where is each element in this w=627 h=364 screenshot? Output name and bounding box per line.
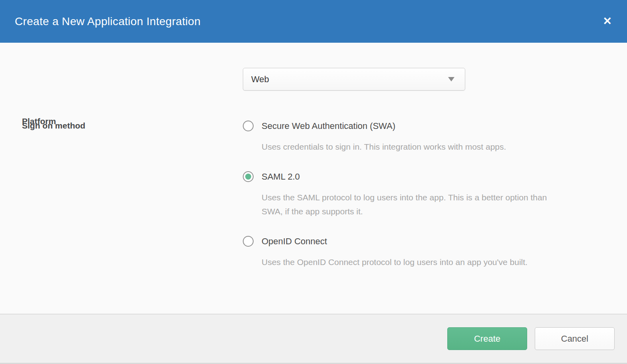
close-button[interactable]: ✕ [599,14,615,29]
sign-on-method-label: Sign on method [22,121,85,131]
modal-header: Create a New Application Integration ✕ [0,0,627,43]
chevron-down-icon [448,77,454,81]
radio-button-swa[interactable] [243,121,254,131]
radio-option-openid: OpenID Connect Uses the OpenID Connect p… [243,236,594,269]
modal-body: Platform Web Sign on method Secure Web A… [0,43,627,314]
radio-description-swa: Uses credentials to sign in. This integr… [262,140,566,154]
cancel-button[interactable]: Cancel [535,327,615,350]
platform-select-value: Web [251,74,269,85]
create-app-integration-modal: Create a New Application Integration ✕ P… [0,0,627,364]
page-title: Create a New Application Integration [15,15,200,28]
create-button[interactable]: Create [447,327,527,350]
sign-on-method-radio-group: Secure Web Authentication (SWA) Uses cre… [243,121,594,269]
radio-row-swa[interactable]: Secure Web Authentication (SWA) [243,121,594,131]
radio-option-saml: SAML 2.0 Uses the SAML protocol to log u… [243,171,594,218]
radio-label-openid: OpenID Connect [262,236,327,247]
radio-row-saml[interactable]: SAML 2.0 [243,171,594,182]
platform-select[interactable]: Web [243,68,465,91]
radio-button-saml[interactable] [243,171,254,182]
radio-description-openid: Uses the OpenID Connect protocol to log … [262,255,566,269]
radio-label-swa: Secure Web Authentication (SWA) [262,121,395,131]
modal-footer: Create Cancel [0,314,627,364]
radio-row-openid[interactable]: OpenID Connect [243,236,594,247]
radio-description-saml: Uses the SAML protocol to log users into… [262,190,566,218]
close-icon: ✕ [603,15,612,27]
radio-label-saml: SAML 2.0 [262,172,300,182]
radio-option-swa: Secure Web Authentication (SWA) Uses cre… [243,121,594,154]
radio-button-openid[interactable] [243,236,254,247]
